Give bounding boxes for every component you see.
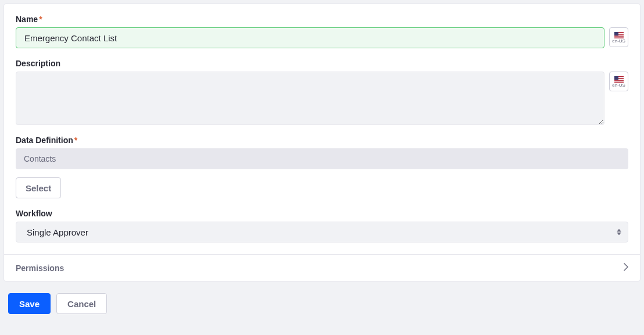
svg-rect-3 <box>614 36 624 37</box>
name-input[interactable] <box>16 27 604 48</box>
us-flag-icon <box>614 76 624 82</box>
locale-code: en-US <box>612 83 625 88</box>
name-locale-button[interactable]: en-US <box>609 27 628 47</box>
locale-code: en-US <box>612 39 625 44</box>
chevron-right-icon <box>624 263 628 273</box>
us-flag-icon <box>614 31 624 38</box>
description-label: Description <box>16 59 628 68</box>
workflow-label: Workflow <box>16 209 628 218</box>
workflow-select[interactable]: Single Approver <box>16 222 628 243</box>
svg-rect-4 <box>614 32 618 35</box>
cancel-button[interactable]: Cancel <box>56 293 107 314</box>
data-definition-display: Contacts <box>16 148 628 169</box>
select-data-definition-button[interactable]: Select <box>16 177 61 198</box>
name-label: Name* <box>16 15 628 24</box>
data-definition-label: Data Definition* <box>16 136 628 145</box>
description-textarea[interactable] <box>16 72 604 125</box>
save-button[interactable]: Save <box>8 293 51 314</box>
svg-rect-8 <box>614 80 624 81</box>
permissions-label: Permissions <box>16 263 64 273</box>
svg-rect-9 <box>614 76 618 80</box>
description-locale-button[interactable]: en-US <box>609 72 628 91</box>
permissions-section-toggle[interactable]: Permissions <box>4 254 640 281</box>
